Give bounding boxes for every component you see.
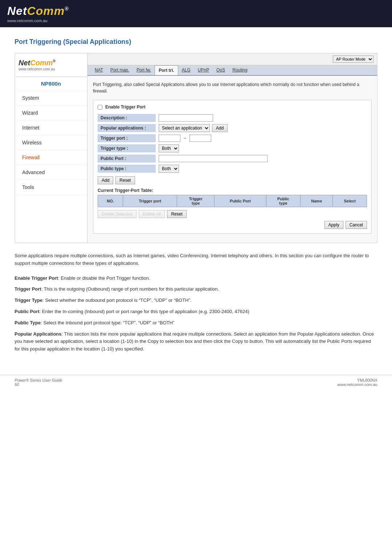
col-name: Name bbox=[301, 195, 333, 207]
enable-trigger-port-label: Enable Trigger Port bbox=[105, 104, 146, 110]
apply-button[interactable]: Apply bbox=[324, 221, 343, 229]
logo-net: Net bbox=[7, 4, 27, 17]
intro-description: Some applications require multiple conne… bbox=[15, 252, 377, 267]
sidebar-item-label: Wizard bbox=[22, 110, 38, 116]
tab-port-map[interactable]: Port map. bbox=[107, 65, 133, 75]
mode-select[interactable]: AP Router Mode bbox=[333, 56, 373, 63]
delete-selected-button[interactable]: Delete Selected bbox=[98, 210, 136, 218]
descriptions-list: Enable Trigger Port: Enable or disable t… bbox=[15, 275, 377, 353]
enable-row: Enable Trigger Port bbox=[98, 104, 367, 110]
trigger-type-row: Trigger type : Both TCP UDP bbox=[98, 144, 367, 152]
page-title: Port Triggering (Special Applications) bbox=[15, 38, 377, 46]
main-content: Port Triggering (Special Applications) N… bbox=[0, 27, 392, 371]
sidebar-item-advanced[interactable]: Advanced bbox=[15, 165, 87, 180]
logo: NetComm® bbox=[7, 4, 69, 18]
trigger-type-select[interactable]: Both TCP UDP bbox=[159, 144, 179, 152]
logo-url: www.netcomm.com.au bbox=[7, 19, 69, 23]
sidebar-item-label: Tools bbox=[22, 184, 34, 190]
public-port-input[interactable] bbox=[159, 155, 268, 162]
sidebar-item-label: Advanced bbox=[22, 169, 45, 175]
delete-all-button[interactable]: Delete All bbox=[139, 210, 165, 218]
description-value bbox=[156, 114, 213, 122]
public-port-value bbox=[156, 155, 268, 162]
popular-apps-description: Popular Applications: This section lists… bbox=[15, 331, 377, 353]
footer-series: Power® Series User Guide bbox=[15, 378, 62, 382]
reset-button[interactable]: Reset bbox=[115, 176, 135, 184]
table-section: Current Trigger-Port Table: NO. Trigger … bbox=[98, 188, 367, 207]
public-type-row: Public type : Both TCP UDP bbox=[98, 165, 367, 173]
trigger-port-tilde: ~ bbox=[184, 136, 186, 141]
trigger-port-desc-text: : This is the outgoing (Outbound) range … bbox=[41, 286, 219, 292]
tab-qos[interactable]: QoS bbox=[213, 65, 229, 75]
sidebar-item-firewall[interactable]: Firewall bbox=[15, 150, 87, 165]
trigger-type-description: Trigger Type: Select whether the outboun… bbox=[15, 297, 377, 304]
table-action-buttons: Delete Selected Delete All Reset bbox=[98, 210, 367, 218]
sidebar-logo: NetComm® www.netcomm.com.au bbox=[15, 53, 87, 77]
popular-apps-select[interactable]: Select an application bbox=[159, 124, 210, 132]
tab-upnp[interactable]: UPnP bbox=[194, 65, 213, 75]
sidebar-logo-comm: Comm bbox=[30, 59, 53, 67]
public-port-term: Public Port bbox=[15, 309, 40, 314]
sidebar-item-internet[interactable]: Internet bbox=[15, 120, 87, 135]
public-type-value: Both TCP UDP bbox=[156, 165, 179, 173]
description-input[interactable] bbox=[159, 114, 213, 122]
public-port-description: Public Port: Enter the In-coming (Inboun… bbox=[15, 308, 377, 316]
apply-cancel-buttons: Apply Cancel bbox=[98, 221, 367, 229]
table-reset-button[interactable]: Reset bbox=[167, 210, 186, 218]
sidebar-item-label: Internet bbox=[22, 125, 39, 131]
enable-description: Enable Trigger Port: Enable or disable t… bbox=[15, 275, 377, 282]
popular-apps-add-button[interactable]: Add bbox=[212, 124, 228, 132]
sidebar-item-label: Wireless bbox=[22, 140, 42, 145]
tab-routing[interactable]: Routing bbox=[229, 65, 251, 75]
public-port-desc-text: : Enter the In-coming (Inbound) port or … bbox=[40, 309, 249, 314]
popular-apps-term: Popular Applications bbox=[15, 331, 62, 337]
trigger-port-label: Trigger port : bbox=[98, 134, 156, 142]
footer-url: www.netcomm.com.au bbox=[337, 382, 377, 387]
popular-apps-row: Popular applications : Select an applica… bbox=[98, 124, 367, 132]
logo-comm: Comm bbox=[27, 4, 65, 17]
trigger-port-from-input[interactable] bbox=[159, 135, 180, 142]
sidebar-item-tools[interactable]: Tools bbox=[15, 180, 87, 195]
sidebar-item-label: System bbox=[22, 95, 39, 101]
trigger-type-value: Both TCP UDP bbox=[156, 144, 179, 152]
public-type-select[interactable]: Both TCP UDP bbox=[159, 165, 179, 173]
add-button[interactable]: Add bbox=[98, 176, 113, 184]
popular-apps-value: Select an application Add bbox=[156, 124, 228, 132]
col-trigger-port: Trigger port bbox=[123, 195, 177, 207]
popular-apps-desc-text: : This section lists the more popular ap… bbox=[15, 331, 374, 352]
public-port-label: Public Port : bbox=[98, 155, 156, 163]
tab-alg[interactable]: ALG bbox=[178, 65, 194, 75]
logo-container: NetComm® www.netcomm.com.au bbox=[7, 4, 69, 23]
form-section: Enable Trigger Port Description : Popula… bbox=[93, 100, 372, 234]
footer-left: Power® Series User Guide 50 bbox=[15, 378, 62, 387]
description-label: Description : bbox=[98, 114, 156, 122]
sidebar-model: NP800n bbox=[15, 77, 87, 91]
intro-para: Some applications require multiple conne… bbox=[15, 252, 377, 267]
trigger-type-label: Trigger type : bbox=[98, 144, 156, 152]
table-title: Current Trigger-Port Table: bbox=[98, 188, 367, 193]
enable-trigger-port-checkbox[interactable] bbox=[98, 105, 102, 110]
tab-nat[interactable]: NAT bbox=[91, 65, 107, 75]
sidebar-logo-net: Net bbox=[19, 59, 30, 67]
top-bar: AP Router Mode bbox=[87, 53, 377, 65]
description-row: Description : bbox=[98, 114, 367, 122]
sidebar-item-wireless[interactable]: Wireless bbox=[15, 135, 87, 150]
col-no: NO. bbox=[98, 195, 123, 207]
sidebar-item-wizard[interactable]: Wizard bbox=[15, 106, 87, 120]
form-action-buttons: Add Reset bbox=[98, 176, 367, 184]
trigger-port-to-input[interactable] bbox=[189, 135, 211, 142]
public-type-desc-text: : Select the Inbound port protocol type:… bbox=[41, 320, 174, 325]
enable-desc-text: : Enable or disable the Port Trigger fun… bbox=[58, 275, 150, 281]
tab-port-tri[interactable]: Port tri. bbox=[155, 65, 178, 75]
public-port-row: Public Port : bbox=[98, 155, 367, 163]
cancel-button[interactable]: Cancel bbox=[346, 221, 367, 229]
sidebar-item-system[interactable]: System bbox=[15, 91, 87, 106]
header: NetComm® www.netcomm.com.au bbox=[0, 0, 392, 27]
trigger-port-table: NO. Trigger port Triggertype Public Port… bbox=[98, 195, 367, 207]
public-type-description: Public Type: Select the Inbound port pro… bbox=[15, 319, 377, 327]
tab-port-fw[interactable]: Port fw. bbox=[133, 65, 155, 75]
trigger-type-desc-text: : Select whether the outbound port proto… bbox=[42, 297, 191, 303]
col-trigger-type: Triggertype bbox=[177, 195, 215, 207]
footer-model: YML800NX bbox=[337, 378, 377, 382]
sidebar: NetComm® www.netcomm.com.au NP800n Syste… bbox=[15, 53, 87, 243]
